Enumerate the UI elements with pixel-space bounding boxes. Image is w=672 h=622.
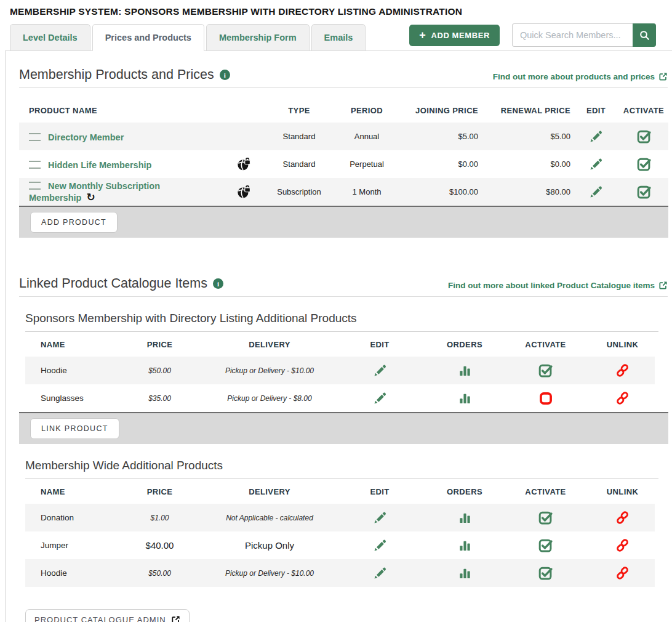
product-period: 1 Month [336, 178, 398, 206]
activate-checked-icon[interactable] [636, 184, 652, 200]
search-input[interactable] [512, 23, 633, 47]
col-activate: ACTIVATE [619, 98, 668, 123]
item-price: $1.00 [111, 504, 208, 531]
col-name: NAME [25, 332, 111, 357]
products-more-link-text: Find out more about products and prices [493, 72, 655, 81]
link-product-strip: LINK PRODUCT [19, 412, 668, 444]
drag-handle-icon[interactable] [29, 133, 41, 141]
tab-emails[interactable]: Emails [311, 24, 366, 51]
activate-checked-icon[interactable] [538, 363, 553, 378]
activate-checked-icon[interactable] [538, 565, 553, 581]
activate-checked-icon[interactable] [538, 510, 553, 525]
col-orders: ORDERS [428, 479, 501, 504]
product-catalogue-admin-button[interactable]: PRODUCT CATALOGUE ADMIN [25, 609, 190, 622]
joining-price: $100.00 [398, 178, 481, 206]
edit-pencil-icon[interactable] [373, 363, 387, 378]
edit-pencil-icon[interactable] [373, 511, 387, 525]
product-name-link[interactable]: Directory Member [48, 132, 124, 142]
tab-bar: Level DetailsPrices and ProductsMembersh… [5, 24, 366, 51]
col-edit: EDIT [573, 98, 619, 123]
col-activate: ACTIVATE [501, 332, 590, 357]
products-section-header: Membership Products and Prices i Find ou… [19, 67, 668, 88]
info-icon[interactable]: i [213, 278, 223, 289]
item-delivery: Not Applicable - calculated [208, 504, 331, 531]
linked-section-header: Linked Product Catalogue Items i Find ou… [19, 276, 668, 297]
linked-more-link[interactable]: Find out more about linked Product Catal… [448, 281, 668, 291]
catalogue-row: Donation$1.00Not Applicable - calculated [25, 504, 655, 531]
products-table-header-row: PRODUCT NAME TYPE PERIOD JOINING PRICE R… [19, 98, 668, 123]
col-joining-price: JOINING PRICE [398, 98, 481, 123]
unlink-icon[interactable] [615, 363, 630, 378]
renewal-price: $0.00 [481, 150, 573, 178]
orders-chart-icon[interactable] [458, 538, 472, 552]
link-product-button[interactable]: LINK PRODUCT [30, 418, 119, 439]
col-orders: ORDERS [428, 332, 501, 357]
orders-chart-icon[interactable] [458, 566, 472, 580]
tab-prices-and-products[interactable]: Prices and Products [92, 24, 204, 51]
product-period: Annual [336, 123, 398, 150]
level-products-header-row: NAME PRICE DELIVERY EDIT ORDERS ACTIVATE… [25, 332, 655, 357]
wide-products-title: Membership Wide Additional Products [25, 459, 658, 479]
product-name-link[interactable]: Hidden Life Membership [48, 160, 151, 169]
edit-pencil-icon[interactable] [373, 566, 387, 580]
item-name: Sunglasses [25, 384, 111, 412]
edit-pencil-icon[interactable] [589, 157, 603, 171]
add-member-button[interactable]: + ADD MEMBER [409, 25, 500, 46]
item-price: $50.00 [111, 357, 208, 384]
item-delivery: Pickup or Delivery - $10.00 [208, 357, 331, 384]
edit-pencil-icon[interactable] [589, 129, 603, 143]
tab-membership-form[interactable]: Membership Form [206, 24, 310, 51]
linked-more-link-text: Find out more about linked Product Catal… [448, 281, 655, 290]
external-link-icon [658, 281, 668, 290]
unlink-icon[interactable] [615, 511, 630, 525]
catalogue-admin-label: PRODUCT CATALOGUE ADMIN [34, 615, 166, 622]
edit-pencil-icon[interactable] [589, 185, 603, 199]
joining-price: $5.00 [398, 123, 481, 150]
linked-section-title-text: Linked Product Catalogue Items [19, 276, 207, 291]
linked-section: Linked Product Catalogue Items i Find ou… [19, 276, 668, 622]
add-member-label: ADD MEMBER [431, 31, 490, 40]
orders-chart-icon[interactable] [458, 391, 472, 405]
membership-admin-page: MEMBERSHIP SYSTEM: SPONSORS MEMBERSHIP W… [0, 6, 672, 622]
activate-checked-icon[interactable] [636, 156, 652, 172]
drag-handle-icon[interactable] [29, 161, 41, 169]
renewal-price: $80.00 [481, 178, 573, 206]
plus-icon: + [419, 31, 426, 39]
info-icon[interactable]: i [220, 70, 230, 80]
product-row: Directory MemberStandardAnnual$5.00$5.00 [19, 123, 668, 150]
level-products-table-body: Hoodie$50.00Pickup or Delivery - $10.00S… [25, 357, 655, 412]
activate-unchecked-icon[interactable] [538, 391, 553, 406]
external-link-icon [171, 615, 180, 622]
edit-pencil-icon[interactable] [373, 391, 387, 405]
search-button[interactable] [633, 23, 656, 47]
orders-chart-icon[interactable] [458, 511, 472, 525]
orders-chart-icon[interactable] [458, 363, 472, 378]
product-row: Hidden Life MembershipStandardPerpetual$… [19, 150, 668, 178]
item-name: Jumper [25, 531, 111, 559]
unlink-icon[interactable] [615, 538, 630, 552]
content-panel: Membership Products and Prices i Find ou… [5, 50, 672, 622]
col-renewal-price: RENEWAL PRICE [481, 98, 573, 123]
unlink-icon[interactable] [615, 566, 630, 580]
catalogue-row: Sunglasses$35.00Pickup or Delivery - $8.… [25, 384, 655, 412]
products-table-body: Directory MemberStandardAnnual$5.00$5.00… [19, 123, 668, 206]
tab-level-details[interactable]: Level Details [10, 24, 90, 51]
col-edit: EDIT [331, 479, 428, 504]
col-price: PRICE [111, 332, 208, 357]
item-delivery: Pickup or Delivery - $10.00 [208, 559, 331, 587]
activate-checked-icon[interactable] [538, 538, 553, 553]
products-more-link[interactable]: Find out more about products and prices [493, 72, 668, 83]
activate-checked-icon[interactable] [636, 129, 652, 144]
add-product-button[interactable]: ADD PRODUCT [30, 212, 118, 233]
external-link-icon [658, 72, 668, 81]
col-delivery: DELIVERY [208, 479, 331, 504]
item-name: Hoodie [25, 559, 111, 587]
col-period: PERIOD [336, 98, 398, 123]
catalogue-row: Hoodie$50.00Pickup or Delivery - $10.00 [25, 357, 655, 384]
drag-handle-icon[interactable] [29, 182, 41, 190]
edit-pencil-icon[interactable] [373, 538, 387, 552]
item-name: Hoodie [25, 357, 111, 384]
products-section-title: Membership Products and Prices i [19, 67, 230, 83]
unlink-icon[interactable] [615, 391, 630, 405]
col-name: NAME [25, 479, 111, 504]
